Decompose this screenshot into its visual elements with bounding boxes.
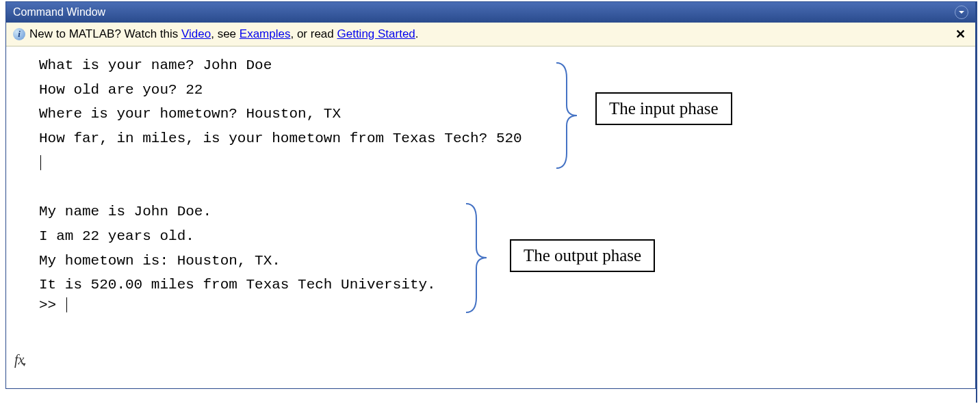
info-text: New to MATLAB? Watch this Video, see Exa… [29, 27, 419, 41]
info-bar: i New to MATLAB? Watch this Video, see E… [6, 23, 975, 46]
console-content[interactable]: What is your name? John Doe How old are … [6, 46, 975, 388]
console-line: What is your name? John Doe [6, 53, 975, 78]
console-cursor-blank [6, 151, 975, 176]
titlebar: Command Window [6, 2, 975, 23]
video-link[interactable]: Video [181, 27, 211, 40]
console-line: My hometown is: Houston, TX. [6, 249, 975, 273]
console-line: Where is your hometown? Houston, TX [6, 102, 975, 126]
command-window: Command Window i New to MATLAB? Watch th… [5, 1, 976, 389]
console-line: I am 22 years old. [6, 224, 975, 249]
window-title: Command Window [13, 6, 105, 18]
getting-started-link[interactable]: Getting Started [337, 27, 415, 40]
window-right-border [976, 1, 977, 403]
console-line: How old are you? 22 [6, 78, 975, 103]
examples-link[interactable]: Examples [240, 27, 291, 40]
close-icon[interactable]: ✕ [953, 27, 968, 42]
window-menu-icon[interactable] [955, 5, 968, 19]
fx-icon[interactable]: fx [14, 352, 27, 368]
console-blank [6, 175, 975, 200]
prompt-line[interactable]: >> [6, 297, 975, 313]
info-icon: i [13, 28, 25, 40]
console-line: How far, in miles, is your hometown from… [6, 126, 975, 151]
console-line: My name is John Doe. [6, 200, 975, 224]
input-phase-label: The input phase [595, 92, 732, 125]
output-phase-label: The output phase [510, 239, 655, 272]
console-line: It is 520.00 miles from Texas Tech Unive… [6, 273, 975, 297]
